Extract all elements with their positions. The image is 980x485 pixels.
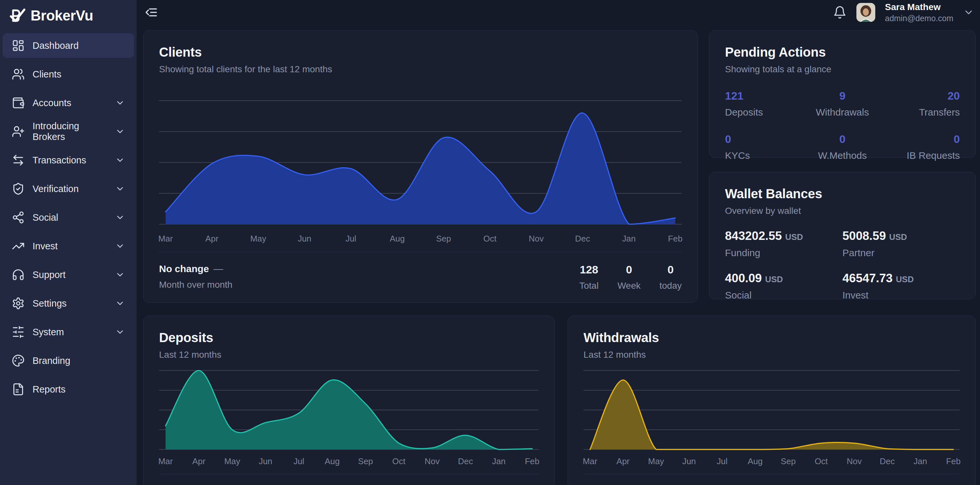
withdrawals-card-title: Withdrawals <box>584 330 960 345</box>
svg-text:Apr: Apr <box>192 457 205 466</box>
report-file-icon <box>12 383 25 396</box>
brand-logo[interactable]: BrokerVu <box>0 0 137 31</box>
main-area: Sara Mathew admin@demo.com Clients Showi… <box>137 0 980 485</box>
sidebar-item-label: Social <box>32 212 58 223</box>
topbar: Sara Mathew admin@demo.com <box>137 0 980 23</box>
wallet-balance-funding: 843202.55USD Funding <box>725 229 842 258</box>
svg-text:May: May <box>648 457 664 466</box>
app-root: BrokerVu Dashboard Clients <box>0 0 980 485</box>
clients-stat-today: 0 today <box>660 263 682 291</box>
wallet-icon <box>12 96 25 109</box>
sidebar-item-support[interactable]: Support <box>3 262 134 287</box>
sidebar-item-label: Settings <box>32 298 67 309</box>
sidebar-item-label: Clients <box>32 69 62 80</box>
clients-stat-total: 128 Total <box>579 263 598 291</box>
palette-icon <box>12 354 25 367</box>
sidebar-item-clients[interactable]: Clients <box>3 62 134 86</box>
avatar[interactable] <box>856 3 875 22</box>
chevron-down-icon <box>115 270 125 279</box>
topbar-right: Sara Mathew admin@demo.com <box>833 2 974 23</box>
clients-change-label: No change— <box>159 263 232 274</box>
sidebar-item-label: Introducing Brokers <box>32 121 107 142</box>
sidebar-item-label: Branding <box>32 356 70 366</box>
user-email: admin@demo.com <box>885 14 953 23</box>
svg-text:Aug: Aug <box>748 457 763 466</box>
chevron-down-icon <box>115 298 125 308</box>
shield-check-icon <box>12 182 25 195</box>
chevron-down-icon <box>115 155 125 165</box>
sidebar-item-dashboard[interactable]: Dashboard <box>3 33 134 58</box>
user-plus-icon <box>12 125 25 138</box>
pending-stat-ib-requests: 0 IB Requests <box>881 133 960 161</box>
clients-area-chart: MarAprMayJunJulAugSepOctNovDecJanFeb <box>159 98 682 243</box>
svg-text:Jun: Jun <box>259 457 272 466</box>
sidebar-item-verification[interactable]: Verification <box>3 176 134 201</box>
sidebar-item-settings[interactable]: Settings <box>3 291 134 316</box>
deposits-card-title: Deposits <box>159 330 539 345</box>
sidebar-item-label: Dashboard <box>32 40 79 51</box>
svg-text:Jun: Jun <box>298 234 311 244</box>
deposits-footer-divider <box>159 474 539 474</box>
sidebar-item-system[interactable]: System <box>3 320 134 345</box>
clients-change-caption: Month over month <box>159 279 232 290</box>
chevron-down-icon <box>115 98 125 108</box>
svg-text:Aug: Aug <box>325 457 340 466</box>
svg-text:Dec: Dec <box>458 457 473 466</box>
collapse-sidebar-icon <box>145 6 158 19</box>
svg-text:Mar: Mar <box>158 457 173 466</box>
svg-text:Jan: Jan <box>622 234 636 244</box>
sidebar-item-transactions[interactable]: Transactions <box>3 148 134 172</box>
wallet-balance-invest: 46547.73USD Invest <box>842 271 960 301</box>
sidebar-item-label: System <box>32 327 64 338</box>
sidebar-item-label: Transactions <box>32 155 86 166</box>
user-name: Sara Mathew <box>885 2 953 12</box>
svg-text:Feb: Feb <box>946 457 961 466</box>
share-icon <box>12 211 25 224</box>
pending-stat-kycs: 0 KYCs <box>725 133 803 161</box>
notifications-button[interactable] <box>833 6 846 19</box>
sidebar-item-label: Support <box>32 270 66 280</box>
svg-text:Nov: Nov <box>529 234 544 244</box>
sidebar-item-label: Verification <box>32 183 79 194</box>
right-column: Pending Actions Showing totals at a glan… <box>709 30 976 303</box>
chevron-down-icon <box>115 327 125 337</box>
sidebar-item-invest[interactable]: Invest <box>3 234 134 258</box>
svg-text:Oct: Oct <box>815 457 828 466</box>
withdrawals-card-subtitle: Last 12 months <box>584 349 960 360</box>
chevron-down-icon[interactable] <box>963 7 974 18</box>
svg-text:Sep: Sep <box>781 457 795 466</box>
withdrawals-footer-divider <box>584 474 960 474</box>
pending-actions-grid: 121 Deposits 9 Withdrawals 20 Transfers <box>725 89 960 161</box>
sidebar-item-accounts[interactable]: Accounts <box>3 91 134 115</box>
svg-text:Sep: Sep <box>436 234 451 244</box>
deposits-card: Deposits Last 12 months MarAprMayJunJulA… <box>143 316 555 485</box>
clients-card-subtitle: Showing total clients for the last 12 mo… <box>159 64 682 75</box>
sidebar-item-branding[interactable]: Branding <box>3 348 134 373</box>
svg-text:Nov: Nov <box>425 457 440 466</box>
svg-text:Mar: Mar <box>583 457 598 466</box>
sidebar-item-social[interactable]: Social <box>3 205 134 230</box>
sidebar-collapse-button[interactable] <box>145 6 158 19</box>
headphones-icon <box>12 268 25 281</box>
sidebar-item-reports[interactable]: Reports <box>3 377 134 402</box>
wallet-balances-card: Wallet Balances Overview by wallet 84320… <box>709 172 976 299</box>
svg-text:Sep: Sep <box>358 457 373 466</box>
svg-text:Jul: Jul <box>345 234 356 244</box>
brand-name: BrokerVu <box>30 8 93 24</box>
svg-text:Feb: Feb <box>668 234 683 244</box>
dashboard-icon <box>12 39 25 52</box>
clients-card-footer: No change— Month over month 128 Total 0 <box>159 252 682 291</box>
brokervu-logo-icon <box>8 7 25 24</box>
wallet-balances-subtitle: Overview by wallet <box>725 206 960 216</box>
clients-card-title: Clients <box>159 45 682 59</box>
svg-text:Mar: Mar <box>158 234 173 244</box>
pending-actions-title: Pending Actions <box>725 45 960 59</box>
svg-text:Jan: Jan <box>492 457 506 466</box>
user-menu[interactable]: Sara Mathew admin@demo.com <box>885 2 953 23</box>
wallet-balances-title: Wallet Balances <box>725 187 960 201</box>
chevron-down-icon <box>115 212 125 222</box>
svg-text:Dec: Dec <box>880 457 895 466</box>
sidebar-item-introducing-brokers[interactable]: Introducing Brokers <box>3 119 134 144</box>
pending-stat-transfers: 20 Transfers <box>881 89 960 118</box>
wallet-grid: 843202.55USD Funding 5008.59USD Partner … <box>725 229 960 301</box>
